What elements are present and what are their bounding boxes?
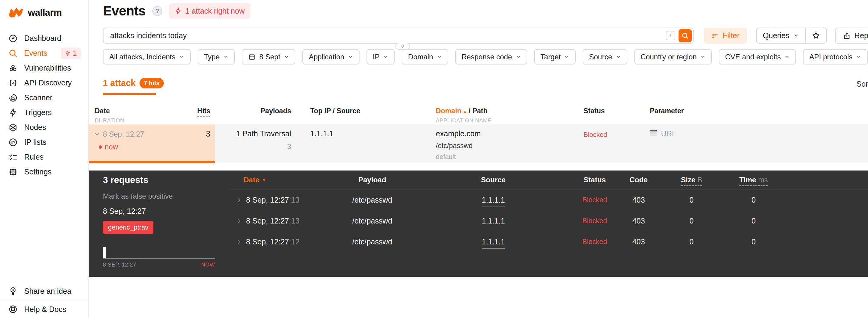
sidebar-item-label: Help & Docs bbox=[24, 305, 66, 314]
sidebar-item-help-docs[interactable]: Help & Docs bbox=[0, 300, 88, 318]
chevron-right-icon[interactable] bbox=[236, 239, 242, 245]
search-icon bbox=[681, 32, 689, 40]
sidebar-item-events[interactable]: Events 1 bbox=[0, 46, 88, 61]
request-source-link[interactable]: 1.1.1.1 bbox=[417, 216, 569, 225]
filter-button[interactable]: Filter bbox=[704, 28, 747, 44]
attack-row-date-cell[interactable]: 8 Sep, 12:27 now 3 bbox=[89, 124, 215, 163]
parameter-cell: URI bbox=[648, 129, 793, 163]
sidebar-item-ip-lists[interactable]: IP IP lists bbox=[0, 135, 88, 150]
sidebar-item-share-idea[interactable]: Share an idea bbox=[0, 282, 88, 300]
filter-chip-api-protocols[interactable]: API protocols bbox=[803, 49, 868, 64]
chip-label: Response code bbox=[462, 53, 512, 61]
sidebar-nav: Dashboard Events 1 Vulnerabilities API D… bbox=[0, 31, 88, 179]
request-source-link[interactable]: 1.1.1.1 bbox=[417, 196, 569, 204]
chevron-down-icon bbox=[856, 54, 861, 59]
attack-tag-badge[interactable]: generic_ptrav bbox=[103, 221, 153, 234]
request-payload: /etc/passwd bbox=[327, 216, 417, 225]
search-button[interactable] bbox=[679, 29, 692, 42]
checklist-icon bbox=[8, 153, 18, 162]
filter-chip-cve[interactable]: CVE and exploits bbox=[719, 49, 796, 64]
column-source: Source bbox=[417, 176, 569, 184]
chip-label: Domain bbox=[408, 53, 433, 61]
chevron-down-icon bbox=[793, 33, 799, 38]
filter-chip-source[interactable]: Source bbox=[583, 49, 627, 64]
search-row: / Filter Queries Report bbox=[103, 28, 868, 44]
queries-dropdown[interactable]: Queries bbox=[757, 28, 805, 43]
hits-count-badge: 7 hits bbox=[140, 78, 164, 88]
column-code: Code bbox=[620, 176, 657, 184]
summary-row: 1 attack 7 hits Sort by latest hit bbox=[103, 78, 868, 95]
column-time[interactable]: Time ms bbox=[726, 176, 781, 184]
sidebar-item-scanner[interactable]: Scanner bbox=[0, 90, 88, 105]
timeline-end-label: NOW bbox=[201, 262, 215, 268]
timeline-axis bbox=[103, 258, 215, 259]
chevron-down-icon[interactable] bbox=[94, 131, 100, 137]
svg-text:IP: IP bbox=[11, 140, 14, 144]
column-actions[interactable]: Actions bbox=[781, 176, 868, 184]
braces-check-icon bbox=[8, 79, 18, 88]
application-value: default bbox=[436, 153, 581, 161]
chip-label: All attacks, Incidents bbox=[109, 53, 176, 61]
attack-alert-badge[interactable]: 1 attack right now bbox=[169, 3, 250, 19]
chip-label: Target bbox=[540, 53, 561, 61]
sidebar-item-label: IP lists bbox=[24, 138, 46, 147]
column-size[interactable]: Size B bbox=[657, 176, 726, 184]
request-source-link[interactable]: 1.1.1.1 bbox=[417, 237, 569, 246]
sidebar-item-dashboard[interactable]: Dashboard bbox=[0, 31, 88, 46]
events-table-header: Date DURATION Hits Payloads Top IP / Sou… bbox=[89, 105, 868, 124]
sidebar-item-triggers[interactable]: Triggers bbox=[0, 105, 88, 120]
lightning-icon bbox=[65, 50, 71, 56]
favorite-star-button[interactable] bbox=[805, 28, 826, 43]
column-hits[interactable]: Hits bbox=[169, 105, 215, 124]
sidebar-item-nodes[interactable]: Nodes bbox=[0, 120, 88, 135]
sidebar-item-api-discovery[interactable]: API Discovery bbox=[0, 76, 88, 90]
attack-row[interactable]: 8 Sep, 12:27 now 3 1 Path Traversal 3 1.… bbox=[89, 124, 868, 163]
sidebar-item-settings[interactable]: Settings bbox=[0, 165, 88, 179]
request-row[interactable]: 8 Sep, 12:27:13 /etc/passwd 1.1.1.1 Bloc… bbox=[230, 210, 868, 231]
request-row[interactable]: 8 Sep, 12:27:12 /etc/passwd 1.1.1.1 Bloc… bbox=[230, 231, 868, 252]
request-row[interactable]: 8 Sep, 12:27:13 /etc/passwd 1.1.1.1 Bloc… bbox=[230, 190, 868, 210]
filter-chip-response-code[interactable]: Response code bbox=[455, 49, 527, 64]
filter-chip-ip[interactable]: IP bbox=[367, 49, 395, 64]
request-size: 0 bbox=[657, 216, 726, 225]
parameter-list-icon bbox=[650, 129, 658, 136]
requests-table: Date▼ Payload Source Status Code Size B … bbox=[230, 171, 868, 277]
chevron-down-icon bbox=[179, 54, 184, 59]
filter-chip-attacks-incidents[interactable]: All attacks, Incidents bbox=[103, 49, 191, 64]
chevron-down-icon bbox=[437, 54, 442, 59]
filter-chip-country[interactable]: Country or region bbox=[634, 49, 712, 64]
request-status: Blocked bbox=[569, 217, 620, 225]
mark-false-positive-link[interactable]: Mark as false positive bbox=[103, 192, 224, 201]
search-expand-handle[interactable] bbox=[395, 43, 410, 50]
column-path-label: / Path bbox=[468, 107, 488, 115]
lightning-icon bbox=[8, 108, 18, 117]
chevron-right-icon[interactable] bbox=[236, 219, 242, 224]
help-icon[interactable]: ? bbox=[152, 6, 162, 16]
tab-attacks[interactable]: 1 attack 7 hits bbox=[103, 78, 164, 95]
payload-count: 3 bbox=[215, 142, 291, 151]
sidebar-item-rules[interactable]: Rules bbox=[0, 150, 88, 165]
search-icon bbox=[8, 49, 18, 58]
report-button[interactable]: Report bbox=[835, 28, 868, 44]
request-time: 0 bbox=[726, 237, 781, 246]
column-domain-path[interactable]: Domain▲/ Path APPLICATION NAME bbox=[436, 105, 581, 124]
chevron-down-icon bbox=[348, 54, 353, 59]
sidebar-item-vulnerabilities[interactable]: Vulnerabilities bbox=[0, 61, 88, 76]
request-size: 0 bbox=[657, 196, 726, 204]
filter-chip-date[interactable]: 8 Sept bbox=[242, 49, 296, 64]
search-input[interactable] bbox=[103, 31, 666, 40]
column-date[interactable]: Date▼ bbox=[230, 176, 327, 184]
column-status: Status bbox=[569, 176, 620, 184]
filter-chip-type[interactable]: Type bbox=[198, 49, 235, 64]
sort-asc-icon: ▲ bbox=[462, 109, 467, 114]
filter-chip-target[interactable]: Target bbox=[534, 49, 576, 64]
filter-chip-domain[interactable]: Domain bbox=[402, 49, 448, 64]
idea-bulb-icon bbox=[8, 287, 18, 296]
filter-chip-application[interactable]: Application bbox=[302, 49, 359, 64]
wallarm-logo[interactable]: wallarm bbox=[0, 0, 88, 18]
active-verification-cell[interactable] bbox=[793, 129, 868, 163]
attack-duration: now bbox=[105, 143, 118, 151]
request-time: 0 bbox=[726, 196, 781, 204]
chevron-right-icon[interactable] bbox=[236, 198, 242, 203]
report-label: Report bbox=[855, 31, 868, 40]
